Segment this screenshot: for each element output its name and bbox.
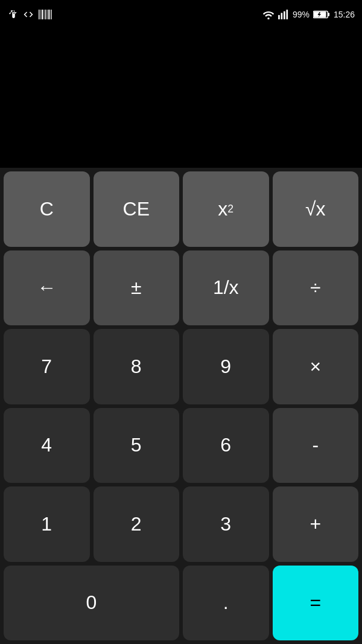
svg-rect-0 xyxy=(39,10,39,19)
button-0[interactable]: 0 xyxy=(4,566,179,641)
wifi-icon xyxy=(262,10,275,19)
button-add[interactable]: + xyxy=(273,486,359,562)
button-6[interactable]: 6 xyxy=(183,408,269,483)
svg-rect-13 xyxy=(286,10,288,19)
button-c[interactable]: C xyxy=(4,171,90,247)
status-time: 15:26 xyxy=(334,10,355,19)
button-2[interactable]: 2 xyxy=(94,486,180,562)
svg-rect-11 xyxy=(281,13,282,19)
battery-icon xyxy=(313,10,330,19)
svg-rect-4 xyxy=(45,10,46,19)
svg-rect-5 xyxy=(47,10,48,19)
button-4[interactable]: 4 xyxy=(4,408,90,483)
display-area xyxy=(0,29,362,168)
signal-icon: ! xyxy=(278,10,289,19)
svg-rect-3 xyxy=(44,10,45,19)
button-7[interactable]: 7 xyxy=(4,329,90,404)
button-ce[interactable]: CE xyxy=(94,171,180,247)
button-sqrt[interactable]: √x xyxy=(273,171,359,247)
svg-rect-10 xyxy=(278,15,280,19)
svg-rect-16 xyxy=(328,13,329,16)
button-plusminus[interactable]: ± xyxy=(94,250,180,326)
keypad: C CE x2 √x ← ± 1/x ÷ 7 8 9 × 4 5 6 - 1 2… xyxy=(0,168,362,644)
button-5[interactable]: 5 xyxy=(94,408,180,483)
status-left-icons xyxy=(7,9,52,20)
usb-icon xyxy=(7,9,18,20)
button-x2[interactable]: x2 xyxy=(183,171,269,247)
svg-rect-6 xyxy=(48,10,49,19)
button-subtract[interactable]: - xyxy=(273,408,359,483)
button-1[interactable]: 1 xyxy=(4,486,90,562)
button-multiply[interactable]: × xyxy=(273,329,359,404)
svg-rect-1 xyxy=(40,10,41,19)
button-dot[interactable]: . xyxy=(183,566,269,641)
svg-rect-12 xyxy=(284,11,285,19)
svg-point-9 xyxy=(267,18,269,19)
button-equals[interactable]: = xyxy=(273,566,359,641)
barcode-icon xyxy=(39,9,52,20)
status-right-icons: ! 99% 15:26 xyxy=(262,10,355,19)
button-8[interactable]: 8 xyxy=(94,329,180,404)
battery-percent: 99% xyxy=(293,10,310,19)
svg-rect-7 xyxy=(51,10,51,19)
button-divide[interactable]: ÷ xyxy=(273,250,359,326)
button-9[interactable]: 9 xyxy=(183,329,269,404)
svg-rect-8 xyxy=(51,10,52,19)
code-icon xyxy=(23,9,34,20)
svg-rect-2 xyxy=(42,10,43,19)
status-bar: ! 99% 15:26 xyxy=(0,0,362,29)
button-inverse[interactable]: 1/x xyxy=(183,250,269,326)
button-backspace[interactable]: ← xyxy=(4,250,90,326)
button-3[interactable]: 3 xyxy=(183,486,269,562)
